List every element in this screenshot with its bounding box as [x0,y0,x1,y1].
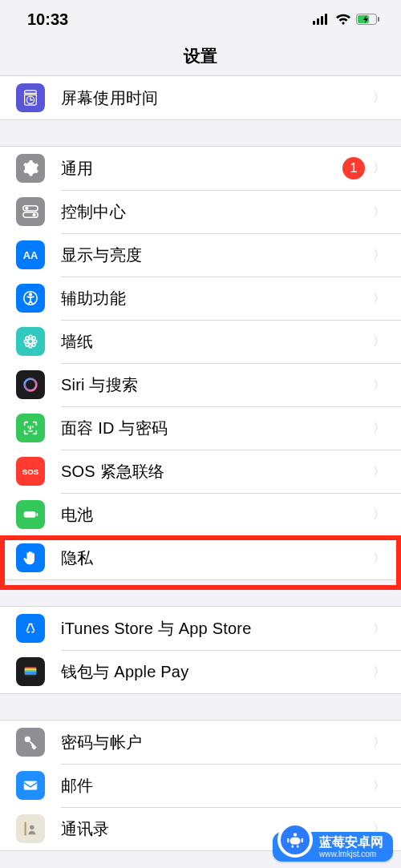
chevron-icon: 〉 [373,735,385,750]
svg-point-37 [294,833,297,836]
group-screentime: 屏幕使用时间 〉 [0,75,401,120]
row-screentime[interactable]: 屏幕使用时间 〉 [0,76,401,119]
label-battery: 电池 [61,504,365,526]
svg-rect-6 [378,17,379,22]
signal-icon [313,14,330,25]
svg-rect-38 [290,837,301,844]
row-itunes[interactable]: iTunes Store 与 App Store 〉 [0,607,401,650]
contacts-icon [16,814,45,843]
row-general[interactable]: 通用 1 〉 [0,147,401,190]
group-system: 通用 1 〉 控制中心 〉 AA 显示与亮度 〉 辅助功能 〉 [0,146,401,580]
chevron-icon: 〉 [373,161,385,176]
svg-point-19 [26,337,29,340]
chevron-icon: 〉 [373,551,385,566]
svg-rect-40 [302,838,303,842]
svg-rect-35 [25,822,26,836]
watermark: 蓝莓安卓网 www.lmkjst.com [273,832,393,862]
gear-icon [16,154,45,183]
label-control: 控制中心 [61,201,365,223]
svg-point-17 [24,340,27,343]
key-icon [16,728,45,757]
label-wallet: 钱包与 Apple Pay [61,661,365,683]
svg-text:AA: AA [23,249,38,261]
svg-point-18 [34,340,37,343]
row-sos[interactable]: SOS SOS 紧急联络 〉 [0,450,401,493]
wallpaper-icon [16,327,45,356]
chevron-icon: 〉 [373,91,385,106]
chevron-icon: 〉 [373,334,385,349]
status-bar: 10:33 [0,0,401,38]
svg-rect-1 [317,18,319,25]
page-title: 设置 [0,38,401,79]
svg-rect-26 [36,513,38,516]
svg-rect-3 [325,14,327,25]
svg-rect-2 [321,16,323,25]
row-siri[interactable]: Siri 与搜索 〉 [0,363,401,406]
label-screentime: 屏幕使用时间 [61,87,365,109]
row-battery[interactable]: 电池 〉 [0,493,401,536]
row-wallpaper[interactable]: 墙纸 〉 [0,320,401,363]
screentime-icon [16,83,45,112]
label-privacy: 隐私 [61,547,365,569]
svg-point-10 [32,213,35,216]
svg-point-13 [30,293,32,296]
label-sos: SOS 紧急联络 [61,461,365,482]
wifi-icon [335,14,351,25]
svg-point-14 [28,339,33,344]
chevron-icon: 〉 [373,204,385,220]
row-display[interactable]: AA 显示与亮度 〉 [0,233,401,277]
label-itunes: iTunes Store 与 App Store [61,618,365,640]
display-icon: AA [16,240,45,269]
chevron-icon: 〉 [373,507,385,523]
svg-rect-41 [292,845,294,847]
row-passwords[interactable]: 密码与帐户 〉 [0,721,401,764]
wallet-icon [16,657,45,686]
svg-point-23 [25,379,37,391]
battery-icon [16,500,45,529]
svg-rect-25 [24,511,36,517]
label-wallpaper: 墙纸 [61,331,365,353]
sos-icon: SOS [16,457,45,486]
svg-point-22 [32,343,35,346]
chevron-icon: 〉 [373,291,385,306]
label-general: 通用 [61,158,342,180]
label-display: 显示与亮度 [61,244,365,266]
status-time: 10:33 [27,10,68,29]
row-mail[interactable]: 邮件 〉 [0,764,401,807]
svg-rect-0 [313,21,315,25]
row-faceid[interactable]: 面容 ID 与密码 〉 [0,406,401,450]
svg-point-20 [32,337,35,340]
svg-rect-31 [25,672,37,675]
svg-rect-33 [24,781,38,790]
row-accessibility[interactable]: 辅助功能 〉 [0,277,401,320]
hand-icon [16,543,45,572]
svg-point-15 [29,335,32,338]
chevron-icon: 〉 [373,248,385,263]
chevron-icon: 〉 [373,464,385,479]
watermark-title: 蓝莓安卓网 [319,835,383,850]
row-wallet[interactable]: 钱包与 Apple Pay 〉 [0,650,401,693]
status-indicators [313,14,380,25]
svg-rect-39 [287,838,289,842]
svg-point-8 [25,207,28,210]
svg-point-32 [25,737,30,742]
toggle-icon [16,197,45,226]
svg-text:SOS: SOS [22,467,39,476]
mail-icon [16,771,45,800]
watermark-url: www.lmkjst.com [319,850,383,858]
siri-icon [16,370,45,399]
faceid-icon [16,414,45,442]
label-accessibility: 辅助功能 [61,288,365,309]
label-passwords: 密码与帐户 [61,732,365,753]
label-mail: 邮件 [61,775,365,797]
chevron-icon: 〉 [373,377,385,393]
svg-point-36 [30,825,34,830]
row-privacy[interactable]: 隐私 〉 [0,536,401,579]
row-control-center[interactable]: 控制中心 〉 [0,190,401,233]
accessibility-icon [16,284,45,313]
svg-point-21 [26,343,29,346]
group-accounts: 密码与帐户 〉 邮件 〉 通讯录 〉 [0,720,401,851]
appstore-icon [16,614,45,643]
svg-point-16 [29,345,32,348]
battery-charging-icon [356,14,380,25]
